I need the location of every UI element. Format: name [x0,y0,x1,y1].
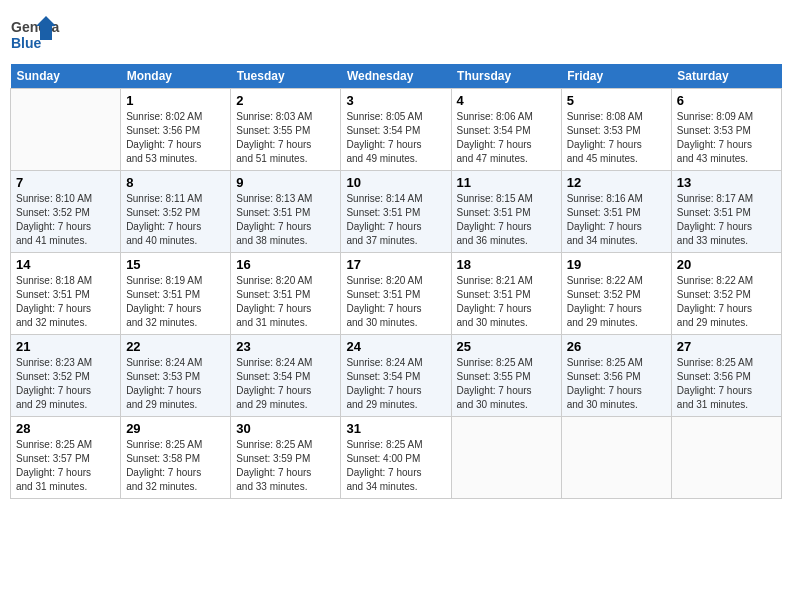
calendar-cell [11,89,121,171]
day-info: Sunrise: 8:14 AM Sunset: 3:51 PM Dayligh… [346,192,445,248]
day-number: 29 [126,421,225,436]
day-info: Sunrise: 8:25 AM Sunset: 3:55 PM Dayligh… [457,356,556,412]
calendar-cell: 11Sunrise: 8:15 AM Sunset: 3:51 PM Dayli… [451,171,561,253]
calendar-cell: 25Sunrise: 8:25 AM Sunset: 3:55 PM Dayli… [451,335,561,417]
day-info: Sunrise: 8:24 AM Sunset: 3:53 PM Dayligh… [126,356,225,412]
calendar-cell: 24Sunrise: 8:24 AM Sunset: 3:54 PM Dayli… [341,335,451,417]
day-of-week-header: Saturday [671,64,781,89]
day-number: 14 [16,257,115,272]
calendar-header-row: SundayMondayTuesdayWednesdayThursdayFrid… [11,64,782,89]
day-of-week-header: Thursday [451,64,561,89]
day-of-week-header: Monday [121,64,231,89]
day-number: 31 [346,421,445,436]
day-info: Sunrise: 8:11 AM Sunset: 3:52 PM Dayligh… [126,192,225,248]
day-number: 18 [457,257,556,272]
day-number: 25 [457,339,556,354]
calendar-cell: 28Sunrise: 8:25 AM Sunset: 3:57 PM Dayli… [11,417,121,499]
calendar-cell: 12Sunrise: 8:16 AM Sunset: 3:51 PM Dayli… [561,171,671,253]
day-info: Sunrise: 8:03 AM Sunset: 3:55 PM Dayligh… [236,110,335,166]
calendar-cell: 15Sunrise: 8:19 AM Sunset: 3:51 PM Dayli… [121,253,231,335]
calendar-cell: 22Sunrise: 8:24 AM Sunset: 3:53 PM Dayli… [121,335,231,417]
day-info: Sunrise: 8:18 AM Sunset: 3:51 PM Dayligh… [16,274,115,330]
day-number: 12 [567,175,666,190]
day-info: Sunrise: 8:21 AM Sunset: 3:51 PM Dayligh… [457,274,556,330]
logo: GeneralBlue [10,14,60,58]
day-number: 30 [236,421,335,436]
calendar-cell: 31Sunrise: 8:25 AM Sunset: 4:00 PM Dayli… [341,417,451,499]
day-number: 5 [567,93,666,108]
calendar-cell: 8Sunrise: 8:11 AM Sunset: 3:52 PM Daylig… [121,171,231,253]
day-info: Sunrise: 8:24 AM Sunset: 3:54 PM Dayligh… [236,356,335,412]
day-info: Sunrise: 8:25 AM Sunset: 3:56 PM Dayligh… [567,356,666,412]
day-number: 11 [457,175,556,190]
day-number: 20 [677,257,776,272]
calendar-cell [561,417,671,499]
day-number: 27 [677,339,776,354]
day-info: Sunrise: 8:06 AM Sunset: 3:54 PM Dayligh… [457,110,556,166]
calendar-cell: 5Sunrise: 8:08 AM Sunset: 3:53 PM Daylig… [561,89,671,171]
day-info: Sunrise: 8:10 AM Sunset: 3:52 PM Dayligh… [16,192,115,248]
day-info: Sunrise: 8:23 AM Sunset: 3:52 PM Dayligh… [16,356,115,412]
calendar-cell: 6Sunrise: 8:09 AM Sunset: 3:53 PM Daylig… [671,89,781,171]
day-info: Sunrise: 8:25 AM Sunset: 3:56 PM Dayligh… [677,356,776,412]
day-info: Sunrise: 8:05 AM Sunset: 3:54 PM Dayligh… [346,110,445,166]
day-number: 1 [126,93,225,108]
day-info: Sunrise: 8:25 AM Sunset: 3:59 PM Dayligh… [236,438,335,494]
day-info: Sunrise: 8:09 AM Sunset: 3:53 PM Dayligh… [677,110,776,166]
day-info: Sunrise: 8:08 AM Sunset: 3:53 PM Dayligh… [567,110,666,166]
day-info: Sunrise: 8:25 AM Sunset: 3:58 PM Dayligh… [126,438,225,494]
day-info: Sunrise: 8:13 AM Sunset: 3:51 PM Dayligh… [236,192,335,248]
day-number: 6 [677,93,776,108]
day-info: Sunrise: 8:19 AM Sunset: 3:51 PM Dayligh… [126,274,225,330]
day-info: Sunrise: 8:22 AM Sunset: 3:52 PM Dayligh… [567,274,666,330]
calendar-cell: 1Sunrise: 8:02 AM Sunset: 3:56 PM Daylig… [121,89,231,171]
calendar-cell: 9Sunrise: 8:13 AM Sunset: 3:51 PM Daylig… [231,171,341,253]
calendar-cell: 27Sunrise: 8:25 AM Sunset: 3:56 PM Dayli… [671,335,781,417]
day-info: Sunrise: 8:17 AM Sunset: 3:51 PM Dayligh… [677,192,776,248]
calendar-cell: 3Sunrise: 8:05 AM Sunset: 3:54 PM Daylig… [341,89,451,171]
day-number: 8 [126,175,225,190]
day-number: 16 [236,257,335,272]
day-info: Sunrise: 8:24 AM Sunset: 3:54 PM Dayligh… [346,356,445,412]
day-number: 19 [567,257,666,272]
calendar-cell: 14Sunrise: 8:18 AM Sunset: 3:51 PM Dayli… [11,253,121,335]
day-number: 26 [567,339,666,354]
day-number: 21 [16,339,115,354]
calendar-cell: 30Sunrise: 8:25 AM Sunset: 3:59 PM Dayli… [231,417,341,499]
calendar-cell: 21Sunrise: 8:23 AM Sunset: 3:52 PM Dayli… [11,335,121,417]
day-number: 2 [236,93,335,108]
day-of-week-header: Wednesday [341,64,451,89]
calendar-cell [671,417,781,499]
calendar-cell: 29Sunrise: 8:25 AM Sunset: 3:58 PM Dayli… [121,417,231,499]
day-of-week-header: Friday [561,64,671,89]
page-header: GeneralBlue [10,10,782,58]
day-info: Sunrise: 8:22 AM Sunset: 3:52 PM Dayligh… [677,274,776,330]
day-info: Sunrise: 8:02 AM Sunset: 3:56 PM Dayligh… [126,110,225,166]
calendar-cell: 7Sunrise: 8:10 AM Sunset: 3:52 PM Daylig… [11,171,121,253]
calendar-cell: 17Sunrise: 8:20 AM Sunset: 3:51 PM Dayli… [341,253,451,335]
day-info: Sunrise: 8:20 AM Sunset: 3:51 PM Dayligh… [236,274,335,330]
calendar-cell: 4Sunrise: 8:06 AM Sunset: 3:54 PM Daylig… [451,89,561,171]
calendar-cell [451,417,561,499]
svg-text:Blue: Blue [11,35,42,51]
calendar-cell: 26Sunrise: 8:25 AM Sunset: 3:56 PM Dayli… [561,335,671,417]
calendar-cell: 19Sunrise: 8:22 AM Sunset: 3:52 PM Dayli… [561,253,671,335]
day-number: 4 [457,93,556,108]
logo-icon: GeneralBlue [10,14,60,58]
calendar-cell: 16Sunrise: 8:20 AM Sunset: 3:51 PM Dayli… [231,253,341,335]
day-info: Sunrise: 8:16 AM Sunset: 3:51 PM Dayligh… [567,192,666,248]
day-number: 9 [236,175,335,190]
day-info: Sunrise: 8:15 AM Sunset: 3:51 PM Dayligh… [457,192,556,248]
day-info: Sunrise: 8:25 AM Sunset: 4:00 PM Dayligh… [346,438,445,494]
day-number: 22 [126,339,225,354]
day-number: 17 [346,257,445,272]
calendar-cell: 13Sunrise: 8:17 AM Sunset: 3:51 PM Dayli… [671,171,781,253]
day-info: Sunrise: 8:20 AM Sunset: 3:51 PM Dayligh… [346,274,445,330]
day-number: 23 [236,339,335,354]
calendar-cell: 18Sunrise: 8:21 AM Sunset: 3:51 PM Dayli… [451,253,561,335]
calendar-cell: 20Sunrise: 8:22 AM Sunset: 3:52 PM Dayli… [671,253,781,335]
day-number: 3 [346,93,445,108]
calendar-cell: 10Sunrise: 8:14 AM Sunset: 3:51 PM Dayli… [341,171,451,253]
calendar-cell: 23Sunrise: 8:24 AM Sunset: 3:54 PM Dayli… [231,335,341,417]
day-of-week-header: Sunday [11,64,121,89]
